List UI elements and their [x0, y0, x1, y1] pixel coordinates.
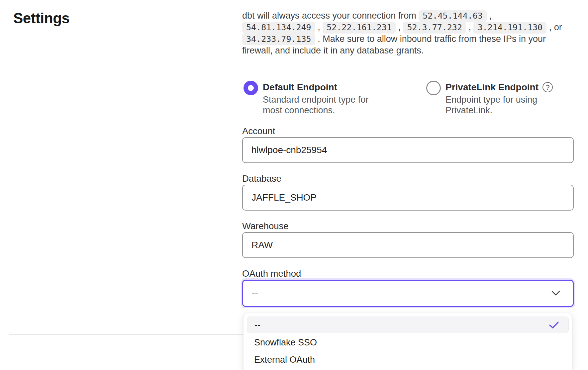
- oauth-method-select-wrap: -- --: [242, 280, 574, 307]
- ip-address-pill: 3.214.191.130: [473, 22, 546, 34]
- settings-page: Settings dbt will always access your con…: [0, 0, 588, 307]
- oauth-method-label: OAuth method: [242, 268, 574, 279]
- endpoint-option-label: PrivateLink Endpoint: [445, 82, 539, 93]
- ip-allowlist-paragraph: dbt will always access your connection f…: [242, 10, 574, 56]
- oauth-option-none[interactable]: --: [247, 317, 569, 333]
- oauth-method-select[interactable]: --: [242, 280, 574, 307]
- radio-default-endpoint[interactable]: [244, 81, 258, 95]
- intro-line: 34.233.79.135 . Make sure to allow inbou…: [242, 33, 574, 45]
- account-label: Account: [242, 126, 574, 137]
- database-field-block: Database: [242, 173, 574, 211]
- endpoint-option-description: Endpoint type for using PrivateLink.: [445, 94, 545, 116]
- settings-header-column: Settings: [13, 10, 242, 307]
- oauth-option-label: --: [254, 320, 549, 330]
- database-label: Database: [242, 173, 574, 184]
- connection-form-column: dbt will always access your connection f…: [242, 10, 574, 307]
- endpoint-option-default[interactable]: Default Endpoint Standard endpoint type …: [244, 80, 426, 116]
- ip-address-pill: 54.81.134.249: [242, 22, 315, 34]
- endpoint-option-privatelink[interactable]: PrivateLink Endpoint ? Endpoint type for…: [426, 80, 553, 116]
- check-icon: [549, 321, 559, 329]
- warehouse-field-block: Warehouse: [242, 221, 574, 258]
- warehouse-label: Warehouse: [242, 221, 574, 231]
- database-input[interactable]: [242, 185, 574, 211]
- ip-address-pill: 34.233.79.135: [242, 34, 315, 45]
- intro-line: dbt will always access your connection f…: [242, 10, 574, 22]
- ip-address-pill: 52.3.77.232: [403, 22, 466, 34]
- oauth-option-label: External OAuth: [254, 355, 561, 365]
- account-input[interactable]: [242, 137, 574, 163]
- oauth-option-snowflake-sso[interactable]: Snowflake SSO: [247, 334, 569, 351]
- help-icon[interactable]: ?: [542, 82, 553, 92]
- endpoint-option-label: Default Endpoint: [263, 82, 337, 93]
- radio-privatelink-endpoint[interactable]: [426, 81, 441, 95]
- oauth-method-field-block: OAuth method -- --: [242, 268, 574, 307]
- oauth-option-label: Snowflake SSO: [254, 337, 561, 348]
- page-title: Settings: [13, 10, 242, 27]
- chevron-down-icon: [551, 291, 560, 296]
- intro-line: firewall, and include it in any database…: [242, 45, 574, 56]
- endpoint-option-texts: Default Endpoint Standard endpoint type …: [263, 80, 386, 116]
- ip-address-pill: 52.22.161.231: [323, 22, 396, 34]
- endpoint-option-description: Standard endpoint type for most connecti…: [263, 94, 386, 116]
- oauth-option-external-oauth[interactable]: External OAuth: [247, 351, 569, 368]
- oauth-method-selected-value: --: [252, 288, 551, 299]
- intro-line: 54.81.134.249 , 52.22.161.231 , 52.3.77.…: [242, 22, 574, 33]
- endpoint-type-radio-group: Default Endpoint Standard endpoint type …: [242, 80, 574, 116]
- section-divider: [9, 334, 244, 335]
- warehouse-input[interactable]: [242, 232, 574, 258]
- account-field-block: Account: [242, 126, 574, 163]
- endpoint-option-texts: PrivateLink Endpoint ? Endpoint type for…: [445, 80, 553, 116]
- oauth-method-dropdown: -- Snowflake SSO External OAuth: [243, 313, 572, 370]
- ip-address-pill: 52.45.144.63: [419, 10, 487, 22]
